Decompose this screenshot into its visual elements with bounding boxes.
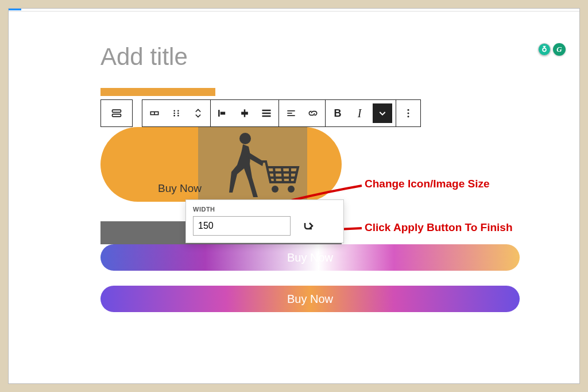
svg-point-32 [272, 186, 278, 193]
width-input[interactable] [193, 216, 291, 236]
more-options-button[interactable] [400, 105, 417, 122]
svg-point-24 [408, 113, 409, 114]
svg-point-11 [173, 115, 175, 117]
button-block-area: Buy Now WIDTH [100, 127, 488, 202]
block-type-button[interactable] [100, 99, 133, 127]
width-icon [149, 107, 160, 119]
chevron-down-icon [378, 109, 387, 118]
width-button[interactable] [146, 105, 163, 122]
button-image[interactable] [198, 127, 307, 202]
svg-point-25 [408, 116, 409, 117]
align-center-button[interactable] [236, 105, 253, 122]
bold-button[interactable]: B [329, 105, 346, 122]
svg-rect-4 [113, 114, 121, 117]
width-popover: WIDTH [185, 199, 344, 243]
svg-rect-14 [220, 112, 225, 115]
svg-point-8 [177, 110, 179, 112]
svg-rect-3 [113, 110, 121, 112]
drag-icon [171, 107, 182, 119]
post-title-input[interactable]: Add title [100, 43, 488, 71]
link-button[interactable] [304, 105, 322, 122]
align-center-icon [239, 107, 250, 119]
editor-content: Add title [9, 9, 579, 312]
editor-canvas: G Add title [8, 8, 580, 384]
align-left-button[interactable] [214, 105, 231, 122]
svg-point-9 [173, 113, 175, 114]
svg-point-26 [239, 133, 251, 144]
svg-point-12 [177, 115, 179, 117]
align-justify-icon [261, 107, 272, 119]
link-icon [307, 107, 319, 119]
additional-buttons: Buy Now Buy Now [100, 244, 488, 312]
text-align-button[interactable] [283, 105, 300, 122]
svg-line-28 [282, 167, 283, 182]
chevron-updown-icon [192, 107, 204, 119]
apply-button[interactable] [302, 217, 316, 235]
apply-icon [302, 217, 316, 231]
selection-highlight [100, 88, 215, 96]
annotation-size: Change Icon/Image Size [365, 178, 490, 190]
move-up-down[interactable] [189, 105, 207, 122]
svg-point-10 [177, 113, 179, 114]
align-left-icon [217, 107, 229, 119]
drag-handle[interactable] [168, 105, 185, 122]
selected-block-frame [100, 88, 488, 96]
button-block-label[interactable]: Buy Now [158, 182, 202, 195]
gradient-button-2[interactable]: Buy Now [100, 286, 520, 312]
gradient-button-1[interactable]: Buy Now [100, 244, 520, 271]
more-formatting-button[interactable] [373, 103, 392, 123]
align-right-button[interactable] [258, 105, 275, 122]
button-block-orange[interactable]: Buy Now [100, 127, 342, 202]
svg-rect-16 [241, 112, 248, 115]
toolbar-main: B I [142, 99, 421, 127]
annotation-apply: Click Apply Button To Finish [365, 221, 513, 234]
shopping-cart-icon [208, 129, 300, 201]
width-label: WIDTH [193, 206, 336, 213]
italic-button[interactable]: I [351, 105, 368, 122]
block-toolbar: B I [100, 99, 488, 127]
svg-point-33 [288, 186, 295, 193]
text-align-icon [285, 107, 297, 119]
svg-line-27 [274, 167, 275, 182]
svg-point-7 [173, 110, 175, 112]
block-list-icon [111, 107, 122, 119]
more-vertical-icon [403, 107, 414, 119]
svg-point-23 [408, 109, 409, 111]
